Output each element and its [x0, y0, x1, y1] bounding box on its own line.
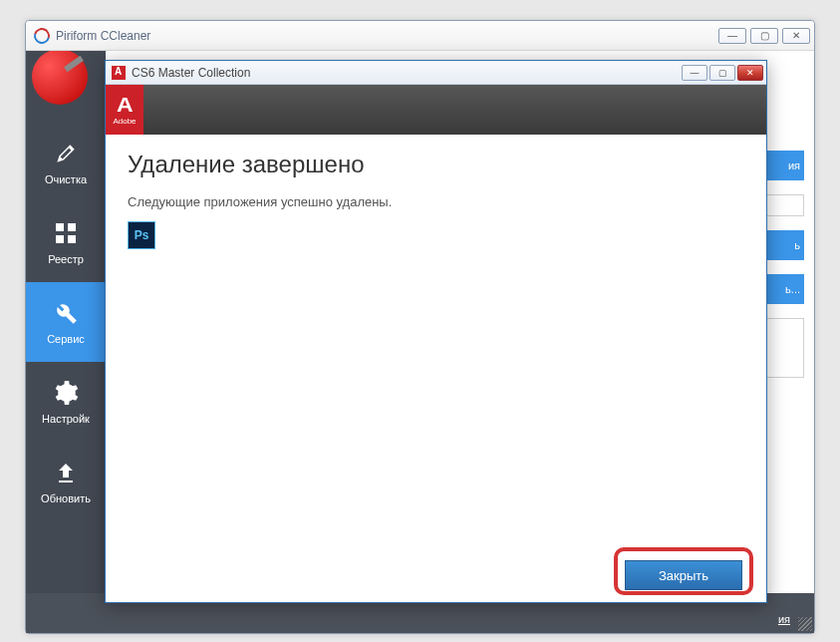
partial-field[interactable] — [764, 194, 804, 216]
dialog-minimize-button[interactable]: — — [682, 65, 707, 81]
dialog-body: Удаление завершено Следующие приложения … — [106, 135, 766, 548]
dialog-titlebar[interactable]: CS6 Master Collection — ▢ ✕ — [106, 61, 766, 85]
brush-icon — [52, 140, 80, 167]
dialog-header: A Adobe — [106, 85, 766, 135]
adobe-logo: A Adobe — [106, 85, 143, 135]
sidebar-item-settings[interactable]: Настройк — [26, 362, 106, 442]
minimize-button[interactable]: — — [718, 28, 746, 44]
photoshop-icon: Ps — [128, 221, 155, 249]
gear-icon — [52, 379, 80, 407]
adobe-dialog: CS6 Master Collection — ▢ ✕ A Adobe Удал… — [105, 60, 767, 603]
upload-icon — [52, 459, 80, 486]
main-titlebar[interactable]: Piriform CCleaner — ▢ ✕ — [26, 21, 814, 51]
close-button[interactable]: ✕ — [782, 28, 810, 44]
svg-rect-1 — [68, 223, 76, 231]
svg-rect-0 — [56, 223, 64, 231]
dialog-title: CS6 Master Collection — [132, 66, 250, 80]
footer-link[interactable]: ия — [778, 613, 790, 625]
adobe-brand-label: Adobe — [113, 117, 136, 126]
dialog-window-controls: — ▢ ✕ — [682, 65, 763, 81]
ccleaner-icon — [34, 28, 50, 44]
partial-field-2 — [764, 318, 804, 378]
sidebar-item-update[interactable]: Обновить — [26, 442, 106, 521]
adobe-icon — [112, 66, 126, 80]
close-dialog-button[interactable]: Закрыть — [625, 560, 742, 590]
partial-panel: ия ь ь... — [764, 151, 804, 378]
dialog-footer: Закрыть — [106, 548, 766, 602]
svg-rect-2 — [56, 235, 64, 243]
svg-rect-3 — [68, 235, 76, 243]
resize-grip[interactable] — [798, 617, 812, 631]
partial-button-3[interactable]: ь... — [764, 274, 804, 304]
dialog-heading: Удаление завершено — [128, 151, 744, 178]
dialog-maximize-button[interactable]: ▢ — [709, 65, 735, 81]
maximize-button[interactable]: ▢ — [750, 28, 778, 44]
sidebar-item-registry[interactable]: Реестр — [26, 202, 106, 282]
partial-button-1[interactable]: ия — [764, 151, 804, 180]
sidebar-item-tools[interactable]: Сервис — [26, 282, 106, 362]
partial-button-2[interactable]: ь — [764, 230, 804, 260]
wrench-icon — [52, 299, 80, 327]
ccleaner-logo — [32, 51, 88, 105]
sidebar-item-label: Сервис — [47, 333, 85, 345]
dialog-message: Следующие приложения успешно удалены. — [128, 194, 744, 209]
sidebar-item-label: Настройк — [42, 413, 90, 425]
dialog-close-button[interactable]: ✕ — [737, 65, 763, 81]
sidebar-item-label: Реестр — [48, 253, 84, 265]
sidebar-item-cleanup[interactable]: Очистка — [26, 123, 106, 202]
main-window-controls: — ▢ ✕ — [718, 28, 810, 44]
sidebar: Очистка Реестр Сервис Настройк — [26, 51, 106, 633]
main-title: Piriform CCleaner — [56, 29, 150, 43]
grid-icon — [52, 219, 80, 247]
sidebar-item-label: Очистка — [45, 173, 87, 185]
sidebar-item-label: Обновить — [41, 492, 91, 504]
